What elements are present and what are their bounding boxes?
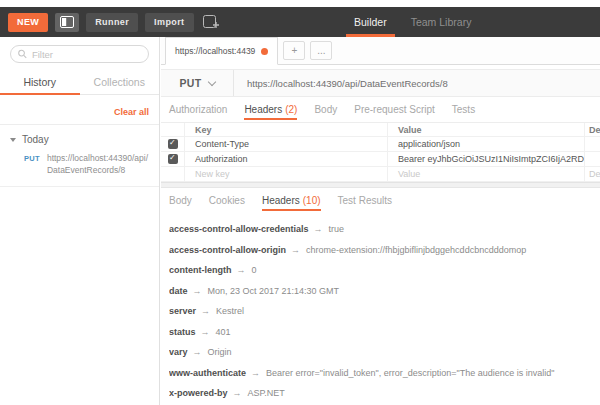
tab-label: Test Results [338, 195, 392, 206]
runner-button[interactable]: Runner [86, 13, 138, 32]
response-header-name: access-control-allow-origin [169, 245, 286, 255]
history-section-today[interactable]: Today [0, 125, 159, 149]
table-row: Authorization Bearer eyJhbGciOiJSUzI1NiI… [161, 152, 600, 167]
arrow-right-icon: → [193, 347, 202, 357]
checkbox-column-header [161, 123, 185, 136]
add-tab-button[interactable]: + [283, 41, 305, 60]
description-column-header: De [584, 123, 600, 136]
tab-authorization[interactable]: Authorization [169, 97, 227, 122]
request-url-bar: PUT [161, 69, 600, 97]
response-header-name: status [169, 327, 196, 337]
tab-pre-request-script[interactable]: Pre-request Script [354, 97, 435, 122]
tab-body[interactable]: Body [314, 97, 337, 122]
response-header-value: Mon, 23 Oct 2017 21:14:30 GMT [208, 286, 340, 296]
response-header-name: www-authenticate [169, 368, 246, 378]
tab-label: Cookies [209, 195, 245, 206]
response-header-name: vary [169, 347, 188, 357]
sidebar-toggle-button[interactable] [55, 13, 79, 32]
response-header-row: content-length → 0 [169, 265, 590, 275]
request-tab-active[interactable]: https://localhost:4439 [165, 37, 278, 65]
response-header-value: 401 [216, 327, 231, 337]
new-window-icon [203, 15, 219, 29]
new-key-cell[interactable]: New key [185, 167, 387, 181]
table-new-row: New key Value De [161, 167, 600, 182]
new-value-cell[interactable]: Value [387, 167, 584, 181]
new-window-button[interactable] [201, 13, 221, 32]
arrow-right-icon: → [233, 388, 242, 398]
value-column-header: Value [387, 123, 584, 136]
arrow-right-icon: → [314, 224, 323, 234]
response-header-row: access-control-allow-origin → chrome-ext… [169, 245, 590, 255]
row-checkbox[interactable] [168, 139, 178, 149]
response-header-name: content-length [169, 265, 232, 275]
new-button[interactable]: NEW [8, 13, 48, 32]
main-panel: https://localhost:4439 + ... PUT Authori… [161, 37, 600, 405]
url-field [233, 70, 600, 96]
response-header-name: x-powered-by [169, 388, 228, 398]
url-input[interactable] [234, 78, 600, 89]
header-value-cell[interactable]: application/json [387, 137, 584, 151]
tab-team-library[interactable]: Team Library [409, 7, 474, 37]
request-tab-title: https://localhost:4439 [175, 46, 255, 56]
tab-count: (2) [285, 104, 297, 115]
header-description-cell[interactable] [584, 152, 600, 166]
tab-response-cookies[interactable]: Cookies [209, 188, 245, 213]
row-checkbox[interactable] [168, 154, 178, 164]
sidebar-tab-collections[interactable]: Collections [80, 69, 160, 94]
tab-label: Headers [262, 195, 300, 206]
tab-label: Pre-request Script [354, 104, 435, 115]
filter-input[interactable] [32, 49, 141, 60]
header-key-cell[interactable]: Content-Type [185, 137, 387, 151]
history-item[interactable]: PUT https://localhost:44390/api/DataEven… [0, 149, 159, 187]
sidebar-tab-history[interactable]: History [0, 69, 80, 94]
header-key-cell[interactable]: Authorization [185, 152, 387, 166]
header-value-cell[interactable]: Bearer eyJhbGciOiJSUzI1NiIsImtpZCI6IjA2R… [387, 152, 584, 166]
tab-count: (10) [303, 195, 321, 206]
response-header-row: date → Mon, 23 Oct 2017 21:14:30 GMT [169, 286, 590, 296]
response-header-value: chrome-extension://fhbjgbiflinjbdggehcdd… [306, 245, 526, 255]
postman-window: NEW Runner Import Builder Team Library H… [0, 0, 600, 405]
response-section-tabs: Body Cookies Headers(10) Test Results [161, 188, 600, 213]
tab-label: Authorization [169, 104, 227, 115]
top-header: NEW Runner Import Builder Team Library [0, 7, 600, 37]
tab-response-body[interactable]: Body [169, 188, 192, 213]
section-label: Today [22, 134, 49, 145]
response-header-row: status → 401 [169, 327, 590, 337]
response-header-row: vary → Origin [169, 347, 590, 357]
arrow-right-icon: → [291, 245, 300, 255]
response-header-row: access-control-allow-credentials → true [169, 224, 590, 234]
response-header-row: x-powered-by → ASP.NET [169, 388, 590, 398]
unsaved-dot-icon [261, 48, 268, 55]
response-headers-list: access-control-allow-credentials → true … [161, 213, 600, 405]
tab-tests[interactable]: Tests [452, 97, 475, 122]
arrow-right-icon: → [201, 327, 210, 337]
chevron-down-icon [207, 77, 215, 85]
response-header-value: true [329, 224, 345, 234]
tab-headers[interactable]: Headers(2) [244, 97, 297, 122]
clear-all-link[interactable]: Clear all [114, 107, 149, 117]
tab-test-results[interactable]: Test Results [338, 188, 392, 213]
method-label: PUT [179, 77, 201, 89]
tab-label: Headers [244, 104, 282, 115]
arrow-right-icon: → [251, 368, 260, 378]
tab-response-headers[interactable]: Headers(10) [262, 188, 321, 213]
tab-label: Body [169, 195, 192, 206]
response-header-value: Bearer error="invalid_token", error_desc… [266, 368, 554, 378]
import-button[interactable]: Import [145, 13, 193, 32]
new-description-cell[interactable]: De [584, 167, 600, 181]
method-dropdown[interactable]: PUT [161, 70, 233, 96]
header-toolbar: NEW Runner Import [0, 13, 221, 32]
response-header-name: access-control-allow-credentials [169, 224, 309, 234]
request-tabstrip: https://localhost:4439 + ... [161, 37, 600, 65]
tab-options-button[interactable]: ... [310, 41, 332, 60]
response-header-value: ASP.NET [248, 388, 285, 398]
response-header-value: 0 [252, 265, 257, 275]
tab-label: Tests [452, 104, 475, 115]
header-nav: Builder Team Library [352, 7, 473, 37]
caret-down-icon [10, 138, 16, 142]
new-row-checkbox-cell [161, 167, 185, 181]
search-icon [18, 49, 27, 59]
response-header-name: server [169, 306, 196, 316]
tab-builder[interactable]: Builder [352, 7, 389, 37]
header-description-cell[interactable] [584, 137, 600, 151]
